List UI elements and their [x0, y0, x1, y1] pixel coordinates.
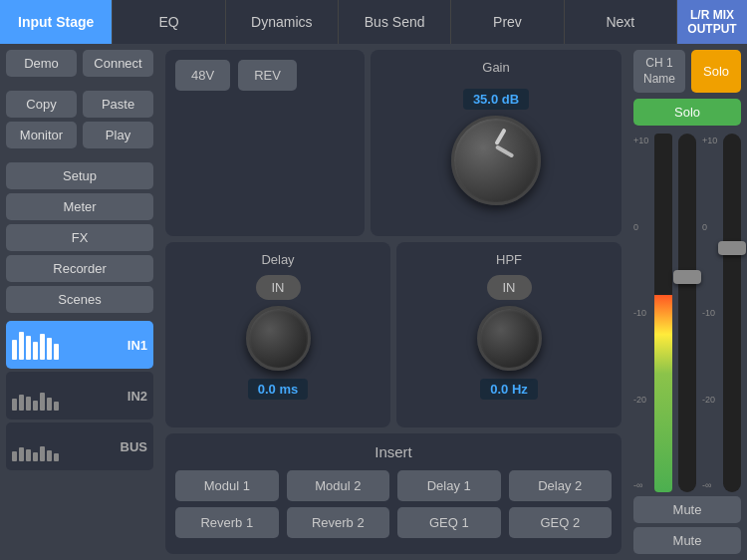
insert-panel: Insert Modul 1 Modul 2 Delay 1 Delay 2 R… — [165, 433, 622, 554]
hpf-in-button[interactable]: IN — [487, 275, 532, 300]
insert-geq2-button[interactable]: GEQ 2 — [509, 507, 613, 538]
mute-button-2[interactable]: Mute — [633, 527, 741, 554]
paste-button[interactable]: Paste — [83, 91, 153, 118]
tab-input-stage[interactable]: Input Stage — [0, 0, 113, 44]
channel-in1[interactable]: IN1 — [6, 321, 153, 369]
bar — [12, 340, 17, 360]
insert-modul1-button[interactable]: Modul 1 — [175, 470, 279, 501]
scale-r-10: +10 — [702, 136, 717, 145]
delay-in-button[interactable]: IN — [256, 275, 301, 300]
scenes-button[interactable]: Scenes — [6, 286, 153, 313]
bar — [26, 336, 31, 360]
channel-in1-bars — [12, 330, 112, 360]
insert-row-2: Reverb 1 Reverb 2 GEQ 1 GEQ 2 — [175, 507, 612, 538]
fader-handle-2[interactable] — [718, 241, 746, 255]
delay-knob[interactable] — [246, 306, 311, 371]
bar — [33, 401, 38, 411]
copy-button[interactable]: Copy — [6, 91, 77, 118]
monitor-play-row: Monitor Play — [6, 122, 153, 148]
channel-in2[interactable]: IN2 — [6, 372, 153, 420]
48v-button[interactable]: 48V — [175, 60, 230, 91]
insert-delay1-button[interactable]: Delay 1 — [397, 470, 501, 501]
insert-modul2-button[interactable]: Modul 2 — [287, 470, 390, 501]
insert-delay2-button[interactable]: Delay 2 — [509, 470, 613, 501]
scale-0: 0 — [633, 222, 648, 232]
scale-minusinf: -∞ — [633, 480, 648, 490]
fader-track[interactable] — [678, 134, 696, 492]
hpf-value: 0.0 Hz — [480, 379, 538, 400]
channel-in1-label: IN1 — [118, 338, 147, 353]
meter-button[interactable]: Meter — [6, 193, 153, 220]
setup-button[interactable]: Setup — [6, 162, 153, 189]
fader-handle[interactable] — [673, 270, 701, 284]
insert-row-1: Modul 1 Modul 2 Delay 1 Delay 2 — [175, 470, 612, 501]
insert-title: Insert — [175, 443, 612, 460]
delay-knob-wrapper[interactable] — [246, 306, 311, 371]
demo-button[interactable]: Demo — [6, 50, 77, 77]
bar — [54, 402, 59, 411]
main-layout: Demo Connect Copy Paste Monitor Play Set… — [0, 44, 747, 560]
solo-button[interactable]: Solo — [691, 50, 741, 93]
fx-button[interactable]: FX — [6, 224, 153, 251]
channel-bus[interactable]: BUS — [6, 422, 153, 470]
insert-geq1-button[interactable]: GEQ 1 — [397, 507, 501, 538]
bar — [54, 453, 59, 461]
monitor-button[interactable]: Monitor — [6, 122, 77, 148]
bar — [26, 397, 31, 411]
channel-list: IN1 IN2 — [6, 321, 153, 554]
scale-r-minus10: -10 — [702, 308, 717, 318]
scale-r-minus20: -20 — [702, 395, 717, 405]
hpf-knob[interactable] — [477, 306, 542, 371]
fader-track-2[interactable] — [723, 134, 741, 492]
bar — [19, 447, 24, 461]
tab-prev[interactable]: Prev — [451, 0, 564, 44]
top-nav: Input Stage EQ Dynamics Bus Send Prev Ne… — [0, 0, 747, 44]
bar — [47, 398, 52, 411]
meter-fill — [654, 295, 672, 492]
mute-button[interactable]: Mute — [633, 496, 741, 523]
preamp-controls: 48V REV — [175, 60, 355, 91]
channel-in2-label: IN2 — [118, 389, 147, 404]
level-meter — [654, 134, 672, 492]
rev-button[interactable]: REV — [238, 60, 297, 91]
bar — [40, 393, 45, 411]
channel-bus-bars — [12, 431, 112, 461]
gain-knob-wrapper[interactable] — [451, 110, 541, 205]
delay-value: 0.0 ms — [248, 379, 308, 400]
tab-dynamics[interactable]: Dynamics — [226, 0, 339, 44]
scale-r-minusinf: -∞ — [702, 480, 717, 490]
bar — [47, 338, 52, 360]
channel-in2-bars — [12, 381, 112, 411]
play-button[interactable]: Play — [83, 122, 153, 148]
center-content: 48V REV Gain 35.0 dB — [159, 44, 627, 560]
bar — [40, 446, 45, 461]
gain-title: Gain — [482, 60, 509, 75]
channel-bus-label: BUS — [118, 439, 147, 454]
recorder-button[interactable]: Recorder — [6, 255, 153, 282]
gain-knob-container: 35.0 dB — [451, 83, 541, 205]
delay-panel: Delay IN 0.0 ms — [165, 242, 390, 428]
hpf-knob-wrapper[interactable] — [477, 306, 542, 371]
demo-connect-row: Demo Connect — [6, 50, 153, 77]
fader-scale-right: +10 0 -10 -20 -∞ — [702, 134, 717, 492]
ch-name-button[interactable]: CH 1Name — [633, 50, 685, 93]
gain-knob-tick — [494, 128, 506, 145]
tab-eq[interactable]: EQ — [113, 0, 225, 44]
bar — [33, 342, 38, 360]
tab-bus-send[interactable]: Bus Send — [339, 0, 451, 44]
middle-panel-row: Delay IN 0.0 ms HPF IN 0.0 Hz — [165, 242, 622, 428]
bar — [54, 344, 59, 360]
gain-knob[interactable] — [451, 116, 541, 205]
insert-reverb1-button[interactable]: Reverb 1 — [175, 507, 279, 538]
fader-area: +10 0 -10 -20 -∞ +10 0 -10 -20 -∞ — [633, 134, 741, 492]
hpf-title: HPF — [496, 252, 522, 267]
connect-button[interactable]: Connect — [83, 50, 153, 77]
copy-paste-row: Copy Paste — [6, 91, 153, 118]
solo-active-button[interactable]: Solo — [633, 99, 741, 126]
tab-lr-mix-output[interactable]: L/R MIX OUTPUT — [677, 0, 747, 44]
bar — [26, 449, 31, 461]
right-panel: CH 1Name Solo Solo +10 0 -10 -20 -∞ — [627, 44, 747, 560]
tab-next[interactable]: Next — [565, 0, 677, 44]
insert-reverb2-button[interactable]: Reverb 2 — [287, 507, 390, 538]
hpf-panel: HPF IN 0.0 Hz — [396, 242, 622, 428]
